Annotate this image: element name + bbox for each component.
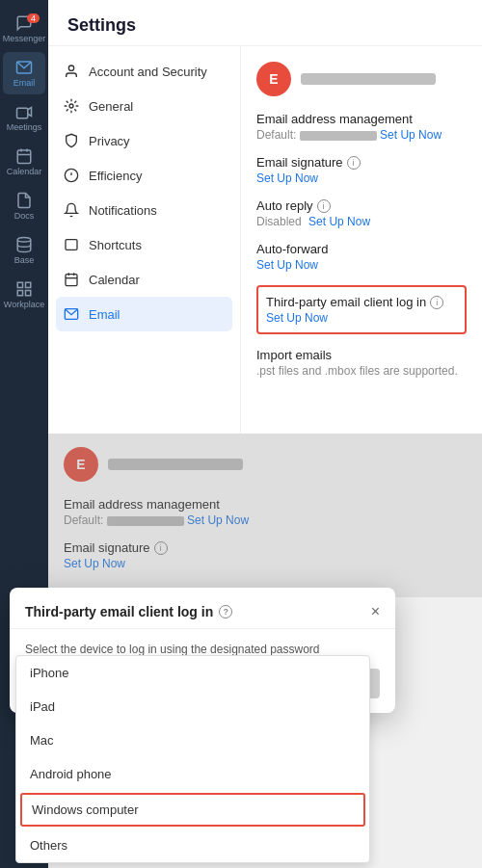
nav-item-meetings[interactable]: Meetings	[3, 96, 45, 139]
dimmed-content: E Email address management Default: Set …	[48, 434, 482, 597]
settings-nav-item-calendar[interactable]: Calendar	[48, 262, 240, 297]
settings-panel: Settings Account and Security General Pr…	[48, 0, 482, 434]
dimmed-email-address-row: Email address management Default: Set Up…	[64, 497, 467, 527]
settings-header: Settings	[48, 0, 482, 46]
user-header: E	[256, 62, 467, 96]
nav-item-base[interactable]: Base	[3, 229, 45, 272]
settings-title: Settings	[67, 15, 136, 35]
setting-title-autoreply: Auto reply i	[256, 198, 467, 213]
modal-close-button[interactable]: ×	[371, 603, 380, 620]
setting-sub-thirdparty: Set Up Now	[266, 311, 457, 325]
nav-label-base: Base	[14, 255, 35, 265]
messenger-badge: 4	[27, 13, 40, 23]
settings-nav-item-email[interactable]: Email	[56, 297, 232, 331]
user-initial: E	[269, 71, 278, 87]
settings-nav-label-shortcuts: Shortcuts	[89, 238, 142, 252]
settings-nav-label-efficiency: Efficiency	[89, 169, 142, 183]
nav-label-docs: Docs	[14, 211, 35, 221]
svg-point-12	[68, 66, 73, 70]
setting-row-autoforward: Auto-forward Set Up Now	[256, 242, 467, 272]
signature-setup-link[interactable]: Set Up Now	[256, 171, 318, 185]
nav-item-calendar[interactable]: Calendar	[3, 141, 45, 183]
dropdown-item-ipad[interactable]: iPad	[16, 690, 369, 723]
dropdown-item-others[interactable]: Others	[16, 829, 369, 862]
nav-label-calendar: Calendar	[7, 167, 42, 176]
settings-nav-label-notifications: Notifications	[89, 203, 157, 218]
modal-header: Third-party email client log in ? ×	[10, 588, 395, 629]
setting-sub-signature: Set Up Now	[256, 171, 467, 185]
setting-row-email-address: Email address management Default: Set Up…	[256, 112, 467, 142]
setting-title-autoforward: Auto-forward	[256, 242, 467, 256]
settings-nav-item-privacy[interactable]: Privacy	[48, 123, 240, 158]
setting-sub-autoreply: Disabled Set Up Now	[256, 215, 467, 228]
user-avatar: E	[256, 62, 291, 96]
nav-item-workplace[interactable]: Workplace	[3, 274, 45, 316]
settings-nav-item-shortcuts[interactable]: Shortcuts	[48, 227, 240, 262]
modal-info-icon[interactable]: ?	[219, 605, 232, 618]
svg-rect-9	[17, 291, 22, 296]
setting-title-email-address: Email address management	[256, 112, 467, 126]
dimmed-signature-row: Email signature i Set Up Now	[64, 540, 467, 570]
svg-point-13	[69, 104, 73, 108]
nav-item-messenger[interactable]: Messenger	[3, 8, 45, 50]
dimmed-signature-info: i	[154, 541, 168, 555]
email-address-setup-link[interactable]: Set Up Now	[380, 128, 442, 142]
setting-title-import: Import emails	[256, 348, 467, 362]
settings-nav-label-calendar: Calendar	[89, 273, 140, 287]
svg-rect-1	[17, 108, 28, 118]
autoreply-setup-link[interactable]: Set Up Now	[308, 215, 370, 228]
setting-row-import: Import emails .pst files and .mbox files…	[256, 348, 467, 378]
nav-item-docs[interactable]: Docs	[3, 185, 45, 227]
setting-sub-import: .pst files and .mbox files are supported…	[256, 364, 467, 378]
dropdown-list: iPhone iPad Mac Android phone Windows co…	[15, 655, 370, 863]
setting-sub-autoforward: Set Up Now	[256, 258, 467, 272]
settings-nav-item-account[interactable]: Account and Security	[48, 54, 240, 89]
dimmed-redacted	[107, 516, 184, 526]
signature-info-icon[interactable]: i	[347, 156, 361, 170]
dropdown-item-iphone[interactable]: iPhone	[16, 656, 369, 690]
svg-rect-7	[17, 282, 22, 287]
setting-title-signature: Email signature i	[256, 155, 467, 170]
nav-label-workplace: Workplace	[4, 300, 44, 309]
dimmed-signature-link: Set Up Now	[64, 557, 125, 570]
dropdown-item-mac[interactable]: Mac	[16, 723, 369, 757]
user-email-redacted	[301, 73, 436, 85]
thirdparty-info-icon[interactable]: i	[430, 296, 443, 309]
setting-row-signature: Email signature i Set Up Now	[256, 155, 467, 185]
svg-rect-17	[66, 240, 77, 250]
settings-nav-item-efficiency[interactable]: Efficiency	[48, 158, 240, 193]
setting-row-autoreply: Auto reply i Disabled Set Up Now	[256, 198, 467, 228]
dimmed-user-avatar: E	[64, 447, 98, 482]
autoforward-setup-link[interactable]: Set Up Now	[256, 258, 318, 272]
autoreply-info-icon[interactable]: i	[317, 199, 331, 213]
settings-nav: Account and Security General Privacy Eff…	[48, 46, 241, 434]
svg-rect-8	[26, 282, 31, 287]
dimmed-email-address-title: Email address management	[64, 497, 467, 512]
settings-nav-label-privacy: Privacy	[89, 134, 130, 148]
dropdown-item-android[interactable]: Android phone	[16, 757, 369, 791]
settings-nav-label-general: General	[89, 99, 133, 114]
settings-content: E Email address management Default: Set …	[241, 46, 482, 434]
dimmed-setup-link: Set Up Now	[187, 513, 249, 527]
dimmed-user-email	[108, 459, 243, 470]
nav-messenger-wrap: Messenger 4	[3, 8, 45, 52]
settings-nav-item-notifications[interactable]: Notifications	[48, 193, 240, 227]
dropdown-item-windows[interactable]: Windows computer	[20, 793, 365, 827]
setting-sub-email-address: Default: Set Up Now	[256, 128, 467, 142]
dimmed-user-initial: E	[76, 457, 85, 472]
modal-description: Select the device to log in using the de…	[25, 643, 380, 656]
settings-nav-label-account: Account and Security	[89, 65, 207, 79]
settings-nav-item-general[interactable]: General	[48, 89, 240, 123]
settings-nav-label-email: Email	[89, 307, 120, 322]
email-address-redacted	[300, 131, 377, 141]
nav-label-messenger: Messenger	[3, 34, 46, 43]
nav-label-email: Email	[13, 78, 36, 88]
nav-item-email[interactable]: Email	[3, 52, 45, 94]
dimmed-signature-title: Email signature i	[64, 540, 467, 555]
setting-row-thirdparty: Third-party email client log in i Set Up…	[256, 285, 467, 334]
thirdparty-setup-link[interactable]: Set Up Now	[266, 311, 328, 325]
dimmed-email-address-sub: Default: Set Up Now	[64, 513, 467, 527]
svg-rect-2	[17, 150, 31, 164]
dimmed-section: E Email address management Default: Set …	[48, 434, 482, 597]
svg-point-6	[17, 238, 31, 243]
